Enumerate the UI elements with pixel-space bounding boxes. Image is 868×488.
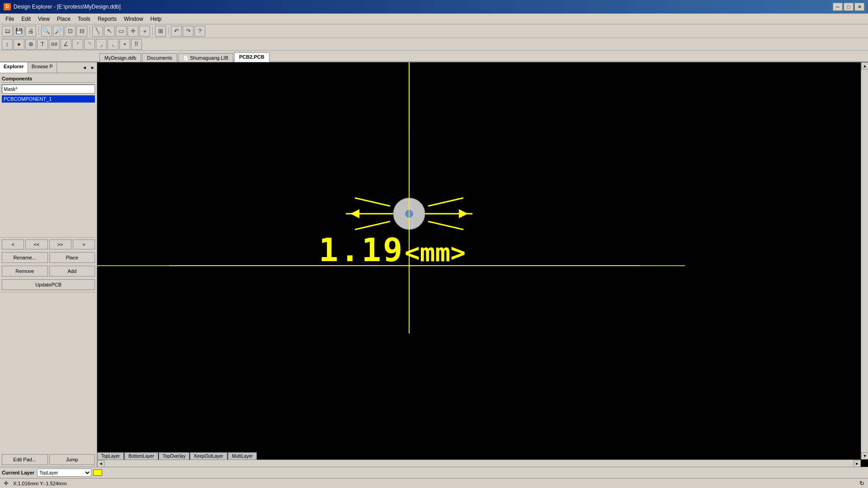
toolbar1-btn-7[interactable]: ⊟ xyxy=(76,26,87,37)
component-filter[interactable] xyxy=(2,84,95,94)
edit-pad-button[interactable]: Edit Pad... xyxy=(2,454,48,465)
toolbar1-btn-9[interactable]: ╲ xyxy=(92,26,103,37)
sidebar: Explorer Browse P ◄ ► Components PCBCOMP… xyxy=(0,62,97,467)
toolbar2-btn-1[interactable]: ● xyxy=(14,39,24,50)
action-buttons-2: Remove Add xyxy=(0,265,97,278)
v-scrollbar: ▲ ▼ xyxy=(861,62,868,460)
layer-tabs: TopLayerBottomLayerTopOverlayKeepOutLaye… xyxy=(97,450,257,460)
add-button[interactable]: Add xyxy=(49,266,95,277)
scroll-left-arrow[interactable]: ◄ xyxy=(97,460,104,467)
title-bar: D Design Explorer - [E:\protess\MyDesign… xyxy=(0,0,868,14)
place-button[interactable]: Place xyxy=(49,252,95,263)
toolbar2-btn-7[interactable]: ◝ xyxy=(84,39,95,50)
toolbar2-btn-4[interactable]: ## xyxy=(49,39,60,50)
multilayer-tab[interactable]: MultiLayer xyxy=(228,452,257,460)
menu-item-tools[interactable]: Tools xyxy=(74,15,94,23)
status-icon: ↻ xyxy=(859,480,864,487)
toolbar2-btn-10[interactable]: ▪ xyxy=(119,39,130,50)
minimize-button[interactable]: ─ xyxy=(833,3,843,11)
current-layer-label: Current Layer xyxy=(2,470,34,475)
toolbar1-btn-15[interactable]: ⊞ xyxy=(155,26,166,37)
toolbar1-btn-0[interactable]: 🗂 xyxy=(2,26,13,37)
menu-item-reports[interactable]: Reports xyxy=(94,15,120,23)
sidebar-nav-prev[interactable]: ◄ xyxy=(80,63,89,73)
components-section: Components PCBCOMPONENT_1 xyxy=(0,73,97,237)
toolbar2-btn-2[interactable]: ⊕ xyxy=(25,39,36,50)
menu-item-view[interactable]: View xyxy=(34,15,53,23)
keepoutlayer-tab[interactable]: KeepOutLayer xyxy=(190,452,227,460)
scroll-track-v[interactable] xyxy=(861,70,868,452)
canvas-area[interactable]: 1.19 <mm> TopLayerBottomLayerTopOverlayK… xyxy=(97,62,868,467)
toolbar1-btn-10[interactable]: ↖ xyxy=(104,26,115,37)
toolbar1-btn-12[interactable]: ✛ xyxy=(127,26,138,37)
edit-jump-buttons: Edit Pad... Jump xyxy=(0,452,97,467)
tab-shumaguang-lib[interactable]: 📄Shumaguang.LIB xyxy=(178,53,233,62)
title-text: Design Explorer - [E:\protess\MyDesign.d… xyxy=(14,4,121,10)
current-layer-bar: Current Layer TopLayer BottomLayer TopOv… xyxy=(0,467,868,478)
scroll-right-arrow[interactable]: ► xyxy=(854,460,861,467)
components-header: Components xyxy=(2,75,95,83)
toolbar2: ↕●⊕T##∠◜◝◞◟▪⠿ xyxy=(0,38,868,51)
scroll-track-h[interactable] xyxy=(104,460,854,467)
component-item[interactable]: PCBCOMPONENT_1 xyxy=(2,95,95,103)
rename-button[interactable]: Rename... xyxy=(2,252,48,263)
pcb-canvas: 1.19 <mm> xyxy=(97,62,868,467)
cursor-icon: ✛ xyxy=(4,480,9,487)
toolbar1-btn-2[interactable]: 🖨 xyxy=(25,26,36,37)
toolbar1-btn-5[interactable]: 🔎 xyxy=(53,26,64,37)
nav-prev-button[interactable]: << xyxy=(25,239,47,249)
nav-next-button[interactable]: >> xyxy=(49,239,71,249)
toolbar1-btn-13[interactable]: ＋ xyxy=(139,26,150,37)
toolbar1-btn-4[interactable]: 🔍 xyxy=(41,26,52,37)
nav-last-button[interactable]: > xyxy=(73,239,95,249)
menu-item-window[interactable]: Window xyxy=(120,15,147,23)
menu-item-help[interactable]: Help xyxy=(147,15,165,23)
menu-bar: FileEditViewPlaceToolsReportsWindowHelp xyxy=(0,14,868,24)
layer-dropdown[interactable]: TopLayer BottomLayer TopOverlay KeepOutL… xyxy=(37,469,91,477)
toolbar-separator xyxy=(38,27,39,36)
toolbar2-btn-5[interactable]: ∠ xyxy=(61,39,71,50)
svg-rect-0 xyxy=(97,62,868,467)
tab-row: MyDesign.ddbDocuments📄Shumaguang.LIBPCB2… xyxy=(0,51,868,62)
toplayer-tab[interactable]: TopLayer xyxy=(97,452,124,460)
svg-text:1.19: 1.19 xyxy=(319,231,404,269)
menu-item-file[interactable]: File xyxy=(2,15,18,23)
toolbar2-btn-3[interactable]: T xyxy=(37,39,48,50)
close-button[interactable]: ✕ xyxy=(854,3,864,11)
maximize-button[interactable]: □ xyxy=(844,3,854,11)
nav-buttons: < << >> > xyxy=(0,237,97,251)
sidebar-nav-next[interactable]: ► xyxy=(89,63,97,73)
toolbar1-btn-6[interactable]: ⊡ xyxy=(65,26,75,37)
toolbar-separator xyxy=(90,27,90,36)
topoverlay-tab[interactable]: TopOverlay xyxy=(159,452,190,460)
svg-text:<mm>: <mm> xyxy=(405,238,466,267)
updatepcb-button[interactable]: UpdatePCB xyxy=(2,279,95,290)
toolbar1-btn-17[interactable]: ↶ xyxy=(171,26,182,37)
tab-mydesign-ddb[interactable]: MyDesign.ddb xyxy=(99,53,141,62)
jump-button[interactable]: Jump xyxy=(49,454,95,465)
toolbar2-btn-11[interactable]: ⠿ xyxy=(131,39,142,50)
scroll-up-arrow[interactable]: ▲ xyxy=(861,62,868,70)
remove-button[interactable]: Remove xyxy=(2,266,48,277)
toolbar2-btn-0[interactable]: ↕ xyxy=(2,39,13,50)
tab-pcb2-pcb[interactable]: PCB2.PCB xyxy=(234,52,269,62)
explorer-tab[interactable]: Explorer xyxy=(0,62,28,73)
nav-first-button[interactable]: < xyxy=(2,239,24,249)
toolbar1-btn-11[interactable]: ▭ xyxy=(116,26,127,37)
toolbar2-btn-9[interactable]: ◟ xyxy=(108,39,118,50)
menu-item-edit[interactable]: Edit xyxy=(18,15,34,23)
browse-tab[interactable]: Browse P xyxy=(28,62,57,73)
scroll-down-arrow[interactable]: ▼ xyxy=(861,452,868,460)
layer-color-box xyxy=(93,469,102,476)
toolbar2-btn-6[interactable]: ◜ xyxy=(72,39,83,50)
component-list: PCBCOMPONENT_1 xyxy=(2,95,95,235)
tab-documents[interactable]: Documents xyxy=(142,53,177,62)
menu-item-place[interactable]: Place xyxy=(53,15,74,23)
bottomlayer-tab[interactable]: BottomLayer xyxy=(124,452,158,460)
toolbar1-btn-19[interactable]: ? xyxy=(194,26,205,37)
window-controls: ─ □ ✕ xyxy=(833,3,864,11)
sidebar-tabs: Explorer Browse P ◄ ► xyxy=(0,62,97,73)
toolbar1-btn-1[interactable]: 💾 xyxy=(14,26,24,37)
toolbar2-btn-8[interactable]: ◞ xyxy=(96,39,107,50)
toolbar1-btn-18[interactable]: ↷ xyxy=(183,26,193,37)
